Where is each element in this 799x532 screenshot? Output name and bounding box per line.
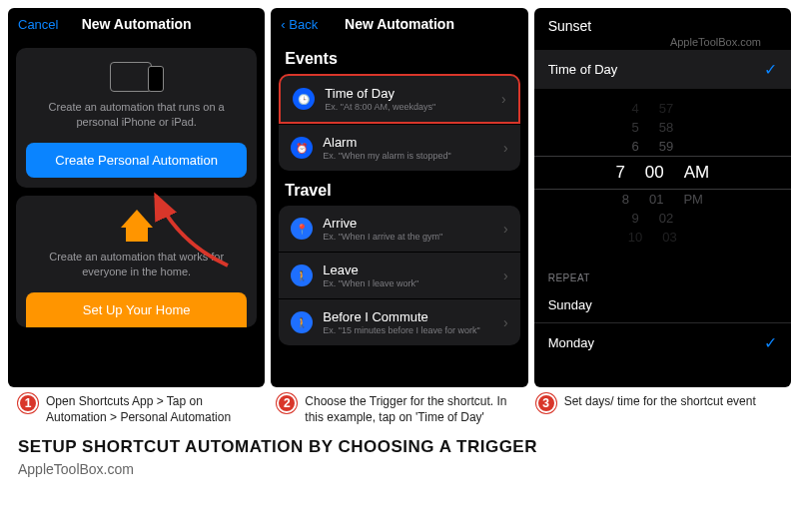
section-header-events: Events: [271, 40, 527, 74]
sunset-option[interactable]: Sunset: [548, 18, 777, 34]
setup-home-button[interactable]: Set Up Your Home: [26, 292, 247, 327]
row-title: Before I Commute: [323, 309, 493, 324]
row-alarm[interactable]: ⏰ Alarm Ex. "When my alarm is stopped" ›: [279, 125, 519, 171]
row-title: Arrive: [323, 216, 493, 231]
nav-title: New Automation: [345, 16, 454, 32]
phone-panel-1: Cancel New Automation Create an automati…: [8, 8, 265, 387]
watermark: AppleToolBox.com: [670, 36, 761, 48]
row-leave[interactable]: 🚶 Leave Ex. "When I leave work" ›: [279, 253, 519, 298]
row-subtitle: Ex. "When I arrive at the gym": [323, 232, 493, 242]
row-title: Time of Day: [325, 86, 491, 101]
caption-text: Choose the Trigger for the shortcut. In …: [305, 393, 521, 425]
caption-2: 2 Choose the Trigger for the shortcut. I…: [277, 393, 521, 425]
headline: SETUP SHORTCUT AUTOMATION BY CHOOSING A …: [0, 429, 799, 459]
repeat-section-label: REPEAT: [534, 257, 791, 287]
day-label: Monday: [548, 335, 594, 350]
caption-text: Open Shortcuts App > Tap on Automation >…: [46, 393, 263, 425]
row-time-of-day[interactable]: 🕒 Time of Day Ex. "At 8:00 AM, weekdays"…: [279, 74, 519, 124]
chevron-right-icon: ›: [501, 91, 506, 107]
travel-list: 📍 Arrive Ex. "When I arrive at the gym" …: [279, 206, 519, 345]
day-label: Sunday: [548, 297, 592, 312]
chevron-right-icon: ›: [503, 140, 508, 156]
create-personal-automation-button[interactable]: Create Personal Automation: [26, 143, 247, 178]
footer-credit: AppleToolBox.com: [0, 459, 799, 479]
phone-panel-2: ‹ Back New Automation Events 🕒 Time of D…: [271, 8, 527, 387]
row-title: Leave: [323, 263, 493, 277]
repeat-sunday[interactable]: Sunday: [534, 287, 791, 323]
row-subtitle: Ex. "15 minutes before I leave for work": [323, 325, 493, 335]
nav-title: New Automation: [82, 16, 192, 32]
chevron-right-icon: ›: [503, 267, 508, 283]
step-badge-3: 3: [536, 393, 556, 413]
commute-icon: 🚶: [291, 311, 313, 333]
step-badge-2: 2: [277, 393, 297, 413]
checkmark-icon: ✓: [764, 333, 777, 352]
arrive-icon: 📍: [291, 218, 313, 240]
row-subtitle: Ex. "When I leave work": [323, 278, 493, 288]
row-subtitle: Ex. "When my alarm is stopped": [323, 151, 493, 161]
cancel-button[interactable]: Cancel: [18, 17, 70, 32]
personal-automation-card: Create an automation that runs on a pers…: [16, 48, 257, 188]
caption-3: 3 Set days/ time for the shortcut event: [536, 393, 781, 425]
row-commute[interactable]: 🚶 Before I Commute Ex. "15 minutes befor…: [279, 299, 519, 345]
chevron-right-icon: ›: [503, 221, 508, 237]
captions-row: 1 Open Shortcuts App > Tap on Automation…: [0, 387, 799, 429]
chevron-right-icon: ›: [503, 314, 508, 330]
row-arrive[interactable]: 📍 Arrive Ex. "When I arrive at the gym" …: [279, 206, 519, 252]
option-label: Time of Day: [548, 62, 618, 77]
alarm-icon: ⏰: [291, 137, 313, 159]
time-of-day-option[interactable]: Time of Day ✓: [534, 50, 791, 89]
devices-icon: [26, 62, 247, 92]
row-subtitle: Ex. "At 8:00 AM, weekdays": [325, 102, 491, 112]
card-description: Create an automation that works for ever…: [26, 250, 247, 280]
step-badge-1: 1: [18, 393, 38, 413]
caption-1: 1 Open Shortcuts App > Tap on Automation…: [18, 393, 263, 425]
leave-icon: 🚶: [291, 265, 313, 286]
repeat-monday[interactable]: Monday ✓: [534, 323, 791, 362]
events-list: 🕒 Time of Day Ex. "At 8:00 AM, weekdays"…: [279, 74, 519, 171]
section-header-travel: Travel: [271, 172, 527, 206]
phone-panel-3: Sunset Time of Day ✓ AppleToolBox.com 45…: [534, 8, 791, 387]
caption-text: Set days/ time for the shortcut event: [564, 393, 756, 425]
clock-icon: 🕒: [293, 88, 315, 110]
nav-bar: ‹ Back New Automation: [271, 8, 527, 40]
back-button[interactable]: ‹ Back: [281, 17, 333, 32]
home-automation-card: Create an automation that works for ever…: [16, 196, 257, 327]
time-picker[interactable]: 457 558 659 700AM 801PM 902 1003: [534, 89, 791, 257]
nav-bar: Cancel New Automation: [8, 8, 265, 40]
home-icon: [26, 210, 247, 242]
row-title: Alarm: [323, 135, 493, 150]
checkmark-icon: ✓: [764, 60, 777, 79]
card-description: Create an automation that runs on a pers…: [26, 100, 247, 131]
panels-row: Cancel New Automation Create an automati…: [0, 0, 799, 387]
